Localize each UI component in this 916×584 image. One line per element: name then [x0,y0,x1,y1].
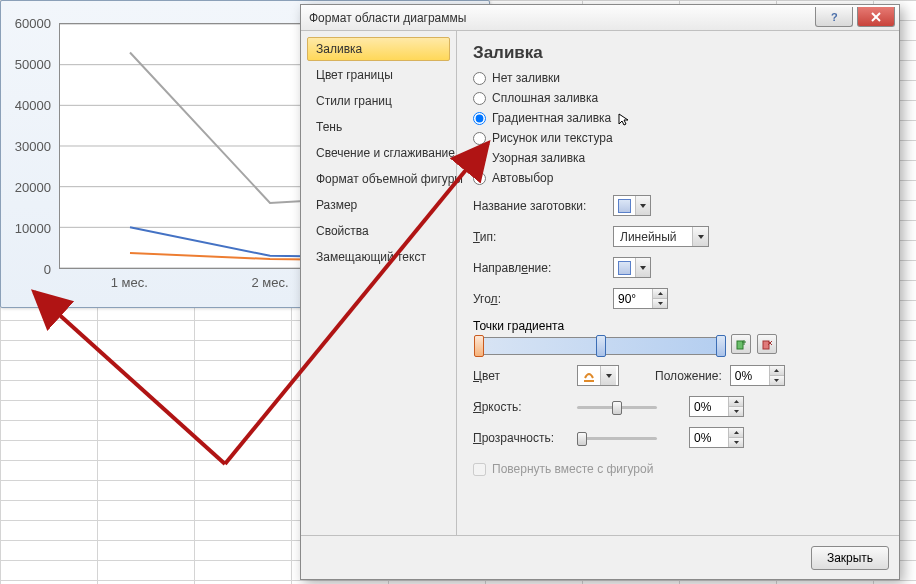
fill-radio[interactable]: Рисунок или текстура [473,131,883,145]
fill-radio[interactable]: Нет заливки [473,71,883,85]
nav-item[interactable]: Свечение и сглаживание [307,141,450,165]
fill-type-radios: Нет заливкиСплошная заливкаГрадиентная з… [473,71,883,185]
type-dropdown[interactable]: Линейный [613,226,709,247]
angle-up[interactable] [653,289,667,298]
transparency-spinner[interactable] [689,427,744,448]
svg-marker-28 [734,441,739,444]
svg-rect-21 [584,380,594,382]
svg-text:?: ? [831,11,838,23]
fill-radio[interactable]: Автовыбор [473,171,883,185]
pane-heading: Заливка [473,43,883,63]
angle-spinner[interactable] [613,288,668,309]
y-tick-label: 60000 [15,16,51,31]
x-tick-label: 1 мес. [59,275,200,295]
y-tick-label: 40000 [15,98,51,113]
nav-item[interactable]: Свойства [307,219,450,243]
y-tick-label: 10000 [15,221,51,236]
nav-item[interactable]: Размер [307,193,450,217]
svg-marker-24 [774,379,779,382]
fill-radio[interactable]: Сплошная заливка [473,91,883,105]
svg-marker-10 [640,204,646,208]
svg-marker-26 [734,410,739,413]
fill-radio[interactable]: Узорная заливка [473,151,883,165]
nav-item[interactable]: Тень [307,115,450,139]
position-label: Положение: [655,369,722,383]
svg-marker-13 [658,292,663,295]
transparency-input[interactable] [690,428,728,447]
svg-marker-11 [698,235,704,239]
transparency-label: Прозрачность: [473,431,569,445]
y-tick-label: 0 [44,262,51,277]
gradient-stop-1[interactable] [474,335,484,357]
fill-pane: Заливка Нет заливкиСплошная заливкаГради… [457,31,899,535]
mouse-cursor-icon [617,113,631,127]
remove-gradient-stop-button[interactable] [757,334,777,354]
dialog-title: Формат области диаграммы [309,11,815,25]
brightness-slider[interactable] [577,398,657,416]
dialog-footer: Закрыть [301,535,899,579]
svg-marker-12 [640,266,646,270]
position-spinner[interactable] [730,365,785,386]
close-dialog-button[interactable]: Закрыть [811,546,889,570]
preset-dropdown[interactable] [613,195,651,216]
gradient-stop-2[interactable] [596,335,606,357]
dialog-titlebar[interactable]: Формат области диаграммы ? [301,5,899,31]
preset-swatch-icon [618,199,631,213]
position-input[interactable] [731,366,769,385]
svg-marker-27 [734,431,739,434]
gradient-stop-3[interactable] [716,335,726,357]
color-dropdown[interactable] [577,365,619,386]
chart-y-axis-labels: 0100002000030000400005000060000 [1,23,55,269]
rotate-with-shape-checkbox: Повернуть вместе с фигурой [473,462,883,476]
svg-marker-22 [606,374,612,378]
y-tick-label: 30000 [15,139,51,154]
nav-item[interactable]: Формат объемной фигуры [307,167,450,191]
help-button[interactable]: ? [815,7,853,27]
gradient-stops-slider[interactable] [475,337,725,355]
y-tick-label: 20000 [15,180,51,195]
transparency-slider[interactable] [577,429,657,447]
angle-label: Угол: [473,292,605,306]
nav-item[interactable]: Стили границ [307,89,450,113]
add-gradient-stop-button[interactable] [731,334,751,354]
format-chart-area-dialog: Формат области диаграммы ? ЗаливкаЦвет г… [300,4,900,580]
stops-label: Точки градиента [473,319,883,333]
nav-item[interactable]: Заливка [307,37,450,61]
nav-item[interactable]: Цвет границы [307,63,450,87]
svg-marker-23 [774,369,779,372]
type-label: Тип: [473,230,605,244]
fill-radio[interactable]: Градиентная заливка [473,111,883,125]
svg-marker-14 [658,302,663,305]
brightness-spinner[interactable] [689,396,744,417]
y-tick-label: 50000 [15,57,51,72]
angle-down[interactable] [653,298,667,308]
color-label: Цвет [473,369,569,383]
preset-label: Название заготовки: [473,199,605,213]
close-button[interactable] [857,7,895,27]
direction-label: Направление: [473,261,605,275]
angle-input[interactable] [614,289,652,308]
brightness-label: Яркость: [473,400,569,414]
svg-marker-25 [734,400,739,403]
direction-swatch-icon [618,261,631,275]
direction-dropdown[interactable] [613,257,651,278]
brightness-input[interactable] [690,397,728,416]
nav-item[interactable]: Замещающий текст [307,245,450,269]
dialog-nav-list: ЗаливкаЦвет границыСтили границТеньСвече… [301,31,457,535]
